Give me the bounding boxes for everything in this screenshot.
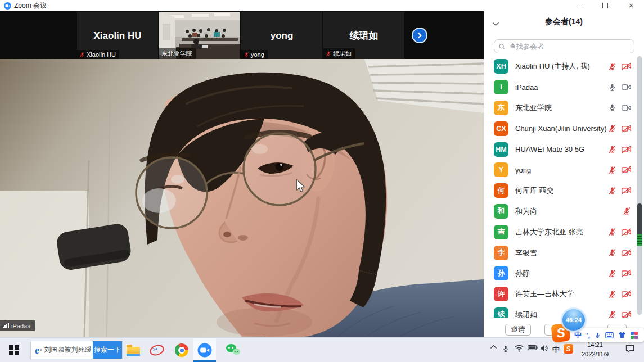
scrollbar-track[interactable]	[637, 56, 642, 315]
news-headline: 刘国强被判死缓	[44, 345, 92, 355]
participant-status-icons	[608, 83, 631, 92]
thumbnail-name-label: Xiaolin HU	[77, 50, 119, 59]
participant-avatar: 李	[494, 246, 508, 260]
camera-off-icon	[622, 290, 631, 298]
mic-muted-icon	[608, 124, 616, 133]
camera-off-icon	[622, 249, 631, 257]
hidden-icons-chevron[interactable]	[490, 345, 497, 349]
ime-voice-input-icon[interactable]	[595, 332, 601, 339]
camera-off-icon	[622, 146, 631, 153]
scrollbar-grip[interactable]	[637, 234, 642, 246]
participant-avatar: I	[494, 80, 508, 94]
windows-taskbar: e ▾ 刘国强被判死缓 搜索一下 中 S	[0, 337, 644, 362]
close-button[interactable]: ×	[618, 0, 644, 11]
snipping-tool-icon[interactable]	[150, 343, 164, 358]
clock-date: 2022/11/9	[577, 350, 613, 359]
camera-on-icon	[622, 104, 631, 112]
participants-title: 参会者(14)	[484, 17, 644, 27]
participant-row[interactable]: 和和为尚	[484, 201, 637, 222]
participant-name: Xiaolin HU (主持人, 我)	[515, 61, 590, 71]
active-speaker-video	[0, 59, 484, 337]
participant-avatar: 孙	[494, 266, 508, 280]
participant-name: Chunji Xuan(Jilin University)	[515, 124, 607, 133]
participant-row[interactable]: HMHUAWEI Mate 30 5G	[484, 139, 637, 160]
wechat-icon[interactable]	[226, 343, 241, 358]
participant-status-icons	[608, 187, 631, 195]
participant-name: 许英玉—吉林大学	[515, 289, 574, 299]
video-thumbnail-strip: Xiaolin HU Xiaolin HU	[0, 12, 484, 59]
participant-name: yong	[515, 166, 531, 174]
participant-avatar: 东	[494, 101, 508, 115]
volume-icon[interactable]	[540, 345, 548, 352]
ime-soft-keyboard-icon[interactable]	[605, 332, 614, 338]
zoom-meeting-window: Zoom 会议 ×	[0, 0, 644, 362]
tray-microphone-icon[interactable]	[502, 345, 509, 353]
participant-row[interactable]: XHXiaolin HU (主持人, 我)	[484, 56, 637, 77]
participant-list: XHXiaolin HU (主持人, 我) IiPadaa 东东北亚学院 CXC…	[484, 56, 637, 318]
restore-button[interactable]	[592, 0, 618, 11]
ime-punctuation-icon[interactable]: ’,	[586, 331, 590, 340]
thumbnail-yong[interactable]: yong yong	[241, 12, 322, 59]
file-explorer-icon[interactable]	[126, 343, 141, 358]
participant-avatar: 续	[494, 307, 508, 318]
camera-off-icon	[622, 62, 631, 70]
participant-status-icons	[608, 62, 631, 71]
thumbnail-xiaolin-hu[interactable]: Xiaolin HU Xiaolin HU	[77, 12, 158, 59]
participant-status-icons	[608, 145, 631, 153]
mic-muted-icon	[608, 145, 616, 153]
battery-icon[interactable]	[528, 345, 538, 351]
ime-skin-icon[interactable]	[618, 332, 626, 338]
participant-search[interactable]	[494, 39, 634, 53]
camera-off-icon	[622, 125, 631, 133]
zoom-taskbar-button-active[interactable]	[193, 338, 216, 362]
tray-ime-indicator[interactable]: 中	[552, 345, 560, 355]
search-input[interactable]	[508, 42, 629, 51]
participant-status-icons	[608, 310, 631, 318]
participant-name: 东北亚学院	[515, 103, 552, 113]
participant-row[interactable]: 李李银雪	[484, 242, 637, 263]
participant-row[interactable]: 何何库库 西交	[484, 180, 637, 201]
zoom-app-icon	[4, 2, 11, 10]
taskbar-search-widget[interactable]: e ▾ 刘国强被判死缓 搜索一下	[30, 341, 123, 359]
participant-row[interactable]: IiPadaa	[484, 77, 637, 98]
participant-avatar: 吉	[494, 225, 508, 239]
participant-status-icons	[608, 166, 631, 174]
participant-row[interactable]: 许许英玉—吉林大学	[484, 284, 637, 305]
participant-row[interactable]: CXChunji Xuan(Jilin University)	[484, 118, 637, 139]
start-button[interactable]	[9, 345, 19, 355]
invite-button[interactable]: 邀请	[505, 324, 531, 336]
participant-name: iPadaa	[515, 83, 538, 92]
participant-name: HUAWEI Mate 30 5G	[515, 145, 584, 153]
ime-toolbox-icon[interactable]	[631, 332, 638, 339]
participant-row[interactable]: 吉吉林大学东北亚 张亮	[484, 221, 637, 242]
signal-strength-icon	[3, 323, 9, 328]
timer-value: 46:24	[566, 316, 582, 323]
wifi-icon[interactable]	[515, 345, 524, 352]
mic-muted-icon	[608, 62, 616, 71]
participant-status-icons	[608, 248, 631, 257]
tray-sogou-icon[interactable]: S	[564, 344, 573, 354]
ime-chinese-mode-icon[interactable]: 中	[574, 330, 582, 340]
taskbar-clock[interactable]: 14:21 2022/11/9	[577, 340, 613, 359]
participant-name: 何库库 西交	[515, 185, 554, 196]
mic-muted-icon	[623, 207, 631, 215]
participant-avatar: 何	[494, 183, 508, 198]
minimize-button[interactable]	[566, 0, 592, 11]
mic-muted-icon	[608, 269, 616, 278]
floating-timer-bubble[interactable]: 46:24	[562, 309, 585, 331]
thumbnail-name-label: yong	[241, 50, 268, 59]
thumbnail-xujunru[interactable]: 续珺如 续珺如	[323, 12, 404, 59]
caret-down-icon: ▾	[40, 348, 42, 352]
camera-on-icon	[622, 83, 631, 91]
participant-row[interactable]: 东东北亚学院	[484, 98, 637, 119]
search-go-button[interactable]: 搜索一下	[93, 341, 122, 359]
chrome-icon[interactable]	[174, 343, 189, 358]
thumbnail-dongbeiya[interactable]: 东北亚学院	[159, 12, 240, 59]
action-center-icon[interactable]	[625, 345, 634, 353]
participant-row[interactable]: 续续珺如	[484, 305, 637, 318]
participant-row[interactable]: 孙孙静	[484, 263, 637, 284]
participant-row[interactable]: Yyong	[484, 160, 637, 180]
mic-muted-icon	[608, 248, 616, 257]
mic-muted-icon	[608, 310, 616, 318]
next-page-button[interactable]	[412, 28, 427, 43]
